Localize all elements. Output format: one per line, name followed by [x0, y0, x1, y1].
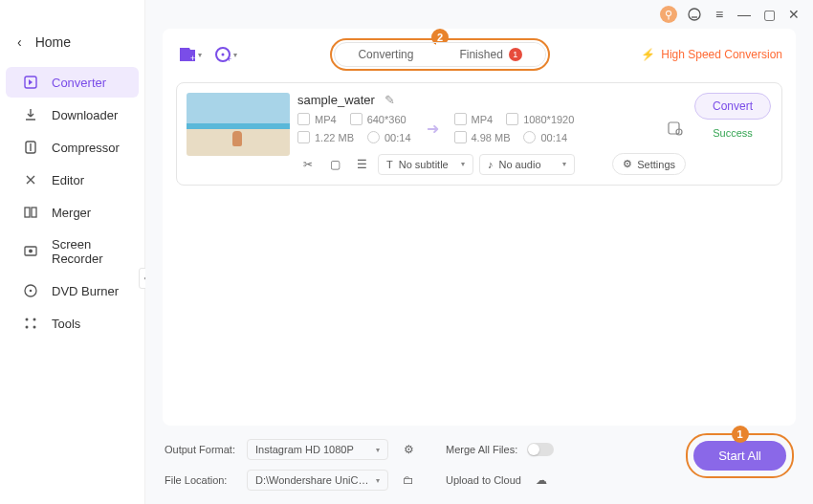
svg-point-7 [30, 290, 33, 293]
tab-finished[interactable]: Finished 1 [436, 43, 544, 66]
file-name: sample_water [297, 93, 375, 107]
svg-rect-17 [669, 122, 679, 134]
editor-icon [23, 172, 38, 187]
crop-icon[interactable]: ▢ [324, 154, 345, 175]
footer: Output Format: Instagram HD 1080P ▾ ⚙ Me… [145, 426, 813, 504]
sidebar-item-merger[interactable]: Merger [6, 197, 139, 228]
add-dvd-button[interactable]: +▾ [212, 43, 239, 66]
output-settings-icon[interactable]: ⚙ [398, 439, 419, 460]
merge-label: Merge All Files: [446, 444, 517, 455]
high-speed-conversion[interactable]: ⚡ High Speed Conversion [641, 48, 782, 61]
titlebar: ⚲ ≡ — ▢ ✕ [145, 0, 813, 29]
file-info: sample_water ✎ MP4 640*360 1.22 MB 00:14 [297, 93, 686, 175]
chevron-down-icon: ▾ [562, 160, 566, 168]
finished-badge: 1 [509, 48, 522, 61]
maximize-icon[interactable]: ▢ [761, 7, 777, 22]
effect-icon[interactable]: ☰ [351, 154, 372, 175]
file-location-label: File Location: [165, 474, 237, 486]
svg-point-10 [26, 326, 29, 329]
open-folder-icon[interactable]: 🗀 [398, 470, 419, 491]
callout-number-1: 1 [732, 426, 749, 443]
menu-icon[interactable]: ≡ [712, 7, 727, 22]
sidebar-item-converter[interactable]: Converter [6, 67, 139, 98]
video-thumbnail[interactable] [187, 93, 290, 156]
toolbar: +▾ +▾ 2 Converting Finished 1 ⚡ High Sp [163, 29, 796, 80]
compressor-icon [23, 140, 38, 155]
sidebar-item-label: Tools [52, 317, 80, 331]
sidebar-item-label: Editor [52, 173, 84, 187]
chevron-down-icon: ▾ [461, 160, 465, 168]
lightning-icon: ⚡ [641, 48, 655, 61]
home-row[interactable]: ‹ Home [0, 27, 144, 65]
sidebar-item-compressor[interactable]: Compressor [6, 132, 139, 163]
sidebar-item-label: Compressor [52, 141, 120, 155]
add-file-button[interactable]: +▾ [176, 43, 203, 66]
sidebar-item-label: Screen Recorder [52, 237, 121, 266]
status-text: Success [713, 127, 753, 139]
sidebar-item-tools[interactable]: Tools [6, 308, 139, 339]
video-icon [454, 113, 467, 125]
size-icon [297, 131, 310, 143]
subtitle-dropdown[interactable]: T No subtitle ▾ [378, 154, 473, 175]
sidebar-item-label: Merger [52, 206, 91, 220]
sidebar-item-label: DVD Burner [52, 284, 119, 298]
user-avatar[interactable]: ⚲ [660, 6, 677, 23]
svg-point-12 [689, 9, 700, 20]
upload-cloud-label: Upload to Cloud [446, 474, 521, 486]
svg-rect-2 [25, 208, 30, 217]
minimize-icon[interactable]: — [736, 7, 752, 22]
arrow-icon: ➜ [419, 120, 447, 138]
start-all-button[interactable]: Start All [693, 441, 786, 471]
sidebar-item-label: Downloader [52, 108, 118, 122]
size-icon [454, 131, 467, 143]
resolution-icon [350, 113, 363, 125]
file-location-dropdown[interactable]: D:\Wondershare UniConverter 1 ▾ [247, 470, 388, 491]
svg-point-8 [26, 318, 29, 321]
settings-button[interactable]: ⚙ Settings [612, 153, 686, 175]
svg-point-5 [29, 250, 33, 253]
dvd-burner-icon [23, 283, 38, 298]
converter-icon [23, 75, 38, 90]
svg-point-15 [222, 54, 225, 56]
screen-recorder-icon [23, 244, 38, 259]
merger-icon [23, 205, 38, 220]
home-label: Home [35, 34, 71, 50]
edit-name-icon[interactable]: ✎ [385, 93, 395, 107]
file-actions: Convert Success [693, 93, 772, 139]
subtitle-icon: T [386, 159, 393, 170]
merge-toggle[interactable] [527, 443, 554, 456]
main: ⚲ ≡ — ▢ ✕ +▾ +▾ 2 Converting Finished 1 [145, 0, 813, 504]
video-icon [297, 113, 310, 125]
chevron-down-icon: ▾ [376, 476, 380, 485]
chevron-down-icon: ▾ [376, 446, 380, 454]
sidebar-item-screen-recorder[interactable]: Screen Recorder [6, 230, 139, 274]
downloader-icon [23, 107, 38, 122]
svg-point-9 [33, 318, 36, 321]
duration-icon [367, 131, 380, 143]
sidebar-item-dvd-burner[interactable]: DVD Burner [6, 275, 139, 306]
file-card: sample_water ✎ MP4 640*360 1.22 MB 00:14 [176, 82, 782, 186]
tab-converting[interactable]: Converting [335, 43, 436, 66]
duration-icon [523, 131, 536, 143]
output-settings-icon[interactable] [665, 118, 686, 139]
support-icon[interactable] [687, 7, 702, 22]
sidebar: ‹ Home Converter Downloader Compressor E… [0, 0, 145, 504]
resolution-icon [506, 113, 518, 125]
svg-point-11 [33, 326, 36, 329]
sidebar-item-downloader[interactable]: Downloader [6, 99, 139, 130]
audio-dropdown[interactable]: ♪ No audio ▾ [479, 154, 575, 175]
close-icon[interactable]: ✕ [786, 7, 802, 22]
tools-icon [23, 316, 38, 331]
sidebar-item-editor[interactable]: Editor [6, 164, 139, 195]
svg-text:+: + [227, 55, 231, 64]
status-tabs: Converting Finished 1 [334, 42, 545, 67]
svg-rect-3 [32, 208, 36, 217]
audio-icon: ♪ [488, 159, 494, 170]
trim-icon[interactable]: ✂ [297, 154, 319, 175]
output-format-label: Output Format: [165, 444, 237, 455]
output-format-dropdown[interactable]: Instagram HD 1080P ▾ [247, 439, 388, 460]
svg-text:+: + [190, 54, 195, 63]
convert-button[interactable]: Convert [694, 93, 771, 120]
back-icon[interactable]: ‹ [17, 34, 22, 50]
cloud-icon[interactable]: ☁ [531, 470, 552, 491]
